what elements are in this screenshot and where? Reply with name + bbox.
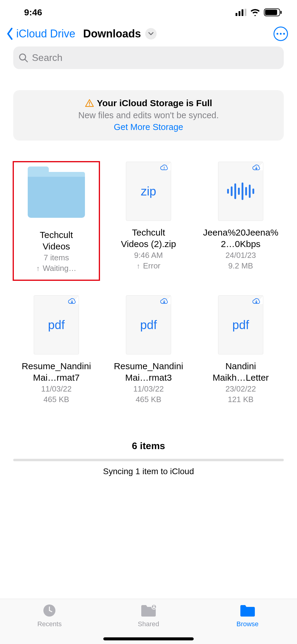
- folder-thumbnail: [27, 164, 86, 223]
- file-item[interactable]: zipTechcult Videos (2).zip9:46 AM↑ Error: [105, 162, 192, 280]
- file-item[interactable]: pdfResume_Nandini Mai…rmat311/03/22465 K…: [105, 295, 192, 404]
- audio-waveform-icon: [227, 182, 254, 200]
- folder-icon: [240, 604, 255, 617]
- item-count: 6 items: [13, 440, 284, 452]
- file-thumbnail: pdf: [126, 295, 171, 354]
- search-icon: [19, 53, 28, 63]
- banner-link[interactable]: Get More Storage: [22, 122, 275, 132]
- item-sub-2: 465 KB: [136, 395, 161, 404]
- file-item[interactable]: Jeena%20Jeena%2…0Kbps24/01/239.2 MB: [198, 162, 284, 280]
- file-type-label: zip: [141, 185, 156, 198]
- item-sub-1: 11/03/22: [41, 384, 71, 394]
- svg-rect-6: [280, 11, 282, 14]
- item-sub-2: 465 KB: [43, 395, 69, 404]
- title-container: Downloads: [83, 27, 157, 40]
- page-title: Downloads: [83, 27, 141, 40]
- search-bar[interactable]: [13, 46, 284, 69]
- file-thumbnail: [218, 162, 263, 221]
- title-menu-button[interactable]: [145, 28, 157, 40]
- banner-title: Your iCloud Storage is Full: [85, 98, 212, 108]
- sync-progress: [13, 459, 284, 461]
- banner-subtitle: New files and edits won't be synced.: [22, 110, 275, 120]
- svg-rect-1: [239, 11, 240, 16]
- summary: 6 items Syncing 1 item to iCloud: [0, 440, 297, 476]
- item-sub-2: ↑ Waiting…: [36, 264, 77, 273]
- svg-point-10: [89, 105, 90, 106]
- svg-rect-0: [236, 13, 237, 16]
- status-icons: [236, 8, 282, 16]
- file-item[interactable]: pdfResume_Nandini Mai…rmat711/03/22465 K…: [13, 295, 99, 404]
- nav-header: iCloud Drive Downloads: [0, 22, 297, 46]
- item-name: Jeena%20Jeena%2…0Kbps: [202, 227, 280, 249]
- cloud-download-icon: [252, 298, 261, 305]
- svg-rect-2: [242, 9, 243, 16]
- cloud-download-icon: [252, 164, 261, 171]
- chevron-left-icon: [6, 28, 14, 40]
- item-name: Techcult Videos: [40, 229, 73, 252]
- back-label: iCloud Drive: [16, 27, 75, 40]
- file-type-label: pdf: [48, 318, 65, 332]
- shared-folder-icon: [141, 604, 156, 617]
- file-thumbnail: pdf: [34, 295, 79, 354]
- file-thumbnail: pdf: [218, 295, 263, 354]
- status-bar: 9:46: [0, 0, 297, 22]
- home-indicator: [103, 637, 194, 640]
- item-sub-1: 11/03/22: [133, 384, 164, 394]
- cellular-icon: [236, 9, 246, 16]
- chevron-down-icon: [148, 32, 154, 36]
- clock-icon: [42, 604, 57, 617]
- svg-rect-3: [245, 9, 246, 16]
- folder-item[interactable]: Techcult Videos7 items↑ Waiting…: [13, 162, 99, 280]
- search-input[interactable]: [32, 52, 278, 63]
- sync-status: Syncing 1 item to iCloud: [13, 467, 284, 476]
- file-grid: Techcult Videos7 items↑ Waiting…zipTechc…: [0, 141, 297, 404]
- wifi-icon: [250, 9, 260, 16]
- tab-label: Recents: [37, 620, 62, 628]
- svg-point-12: [164, 169, 164, 169]
- file-type-label: pdf: [232, 318, 249, 332]
- more-button[interactable]: [274, 27, 288, 41]
- cloud-error-icon: [160, 164, 168, 171]
- tab-browse[interactable]: Browse: [198, 599, 297, 644]
- item-name: Resume_Nandini Mai…rmat3: [109, 360, 188, 383]
- item-sub-1: 7 items: [44, 253, 69, 262]
- item-sub-2: 121 KB: [228, 395, 253, 404]
- item-sub-2: ↑ Error: [137, 261, 161, 271]
- more-icon: [277, 33, 278, 35]
- svg-line-8: [25, 59, 27, 62]
- tab-label: Shared: [138, 620, 159, 628]
- item-sub-2: 9.2 MB: [228, 261, 253, 271]
- file-thumbnail: zip: [126, 162, 171, 221]
- svg-point-19: [153, 605, 155, 607]
- back-button[interactable]: iCloud Drive: [6, 27, 75, 40]
- tab-recents[interactable]: Recents: [0, 599, 99, 644]
- item-sub-1: 24/01/23: [225, 251, 256, 260]
- tab-label: Browse: [236, 620, 258, 628]
- status-time: 9:46: [24, 7, 42, 17]
- cloud-download-icon: [160, 298, 168, 305]
- cloud-download-icon: [68, 298, 76, 305]
- file-item[interactable]: pdfNandini Maikh…Letter23/02/22121 KB: [198, 295, 284, 404]
- warning-icon: [85, 99, 94, 107]
- item-sub-1: 23/02/22: [225, 384, 256, 394]
- svg-rect-5: [265, 10, 277, 15]
- file-type-label: pdf: [140, 318, 157, 332]
- item-sub-1: 9:46 AM: [134, 251, 163, 260]
- item-name: Techcult Videos (2).zip: [121, 227, 176, 249]
- battery-icon: [264, 8, 282, 16]
- storage-banner: Your iCloud Storage is Full New files an…: [13, 90, 284, 141]
- item-name: Resume_Nandini Mai…rmat7: [17, 360, 95, 383]
- item-name: Nandini Maikh…Letter: [213, 360, 269, 383]
